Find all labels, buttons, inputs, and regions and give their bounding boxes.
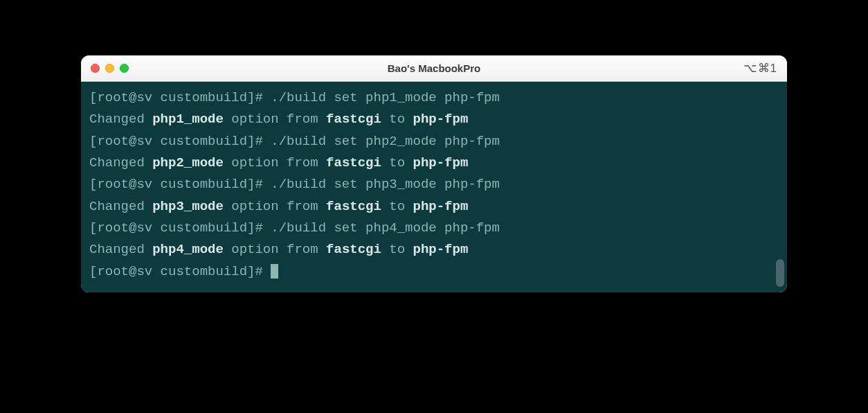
- prompt: [root@sv custombuild]#: [89, 90, 271, 105]
- terminal-window: Bao's MacbookPro ⌥⌘1 [root@sv custombuil…: [81, 55, 787, 292]
- command-text: ./build set php2_mode php-fpm: [271, 134, 500, 149]
- terminal-line: [root@sv custombuild]# ./build set php4_…: [89, 218, 779, 239]
- cursor-icon: [271, 264, 278, 279]
- titlebar[interactable]: Bao's MacbookPro ⌥⌘1: [81, 55, 787, 82]
- maximize-icon[interactable]: [120, 64, 129, 73]
- traffic-lights: [91, 64, 129, 73]
- minimize-icon[interactable]: [105, 64, 114, 73]
- command-text: ./build set php1_mode php-fpm: [271, 90, 500, 105]
- terminal-line: Changed php4_mode option from fastcgi to…: [89, 239, 779, 261]
- prompt: [root@sv custombuild]#: [89, 264, 271, 279]
- terminal-line: [root@sv custombuild]#: [89, 261, 779, 283]
- command-text: ./build set php4_mode php-fpm: [271, 220, 500, 236]
- terminal-line: [root@sv custombuild]# ./build set php3_…: [89, 174, 779, 195]
- window-title: Bao's MacbookPro: [388, 62, 480, 74]
- prompt: [root@sv custombuild]#: [89, 177, 271, 192]
- prompt: [root@sv custombuild]#: [89, 220, 271, 236]
- scrollbar-thumb[interactable]: [776, 259, 784, 287]
- shortcut-label: ⌥⌘1: [743, 61, 777, 76]
- command-text: ./build set php3_mode php-fpm: [271, 177, 500, 192]
- terminal-body[interactable]: [root@sv custombuild]# ./build set php1_…: [81, 82, 787, 292]
- prompt: [root@sv custombuild]#: [89, 134, 271, 149]
- close-icon[interactable]: [91, 64, 100, 73]
- terminal-line: [root@sv custombuild]# ./build set php2_…: [89, 131, 779, 152]
- terminal-line: Changed php2_mode option from fastcgi to…: [89, 152, 779, 174]
- terminal-line: [root@sv custombuild]# ./build set php1_…: [89, 87, 779, 109]
- terminal-line: Changed php3_mode option from fastcgi to…: [89, 196, 779, 218]
- terminal-line: Changed php1_mode option from fastcgi to…: [89, 109, 779, 130]
